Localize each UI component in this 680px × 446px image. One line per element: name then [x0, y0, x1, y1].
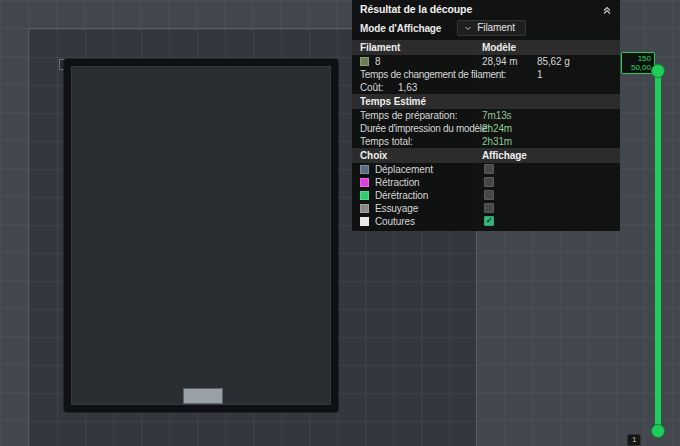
option-label: Essuyage	[375, 203, 418, 214]
layer-slider-top-badge: 150 50,00	[621, 52, 655, 74]
option-checkbox[interactable]	[484, 216, 494, 226]
display-mode-row: Mode d'Affichage Filament	[352, 18, 620, 40]
filament-weight: 85,62 g	[537, 56, 570, 67]
option-label: Déplacement	[375, 164, 433, 175]
display-mode-value: Filament	[477, 22, 515, 33]
cost-row: Coût: 1,63	[352, 81, 620, 94]
layer-slider-top-height: 50,00	[625, 63, 651, 72]
option-checkbox[interactable]	[484, 164, 494, 174]
filament-column-header: Filament	[360, 42, 400, 53]
option-label: Dérétraction	[375, 190, 428, 201]
object-bottom-block	[183, 388, 223, 404]
collapse-panel-icon[interactable]	[602, 5, 612, 15]
time-value: 7m13s	[482, 110, 512, 121]
display-mode-dropdown[interactable]: Filament	[457, 20, 526, 36]
option-color-swatch	[360, 217, 369, 226]
filament-change-label: Temps de changement de filament:	[360, 69, 506, 80]
time-value: 2h24m	[482, 123, 512, 134]
option-color-swatch	[360, 165, 369, 174]
options-header: Choix Affichage	[352, 148, 620, 163]
panel-title: Résultat de la découpe	[360, 4, 472, 15]
time-label: Temps de préparation:	[360, 110, 457, 121]
time-label: Temps total:	[360, 136, 413, 147]
display-column-header: Affichage	[482, 150, 527, 161]
filament-color-swatch	[360, 57, 369, 66]
option-row-retraction: Rétraction	[352, 176, 620, 189]
layer-slider[interactable]	[655, 71, 661, 431]
option-row-coutures: Coutures	[352, 215, 620, 228]
chevron-down-icon	[464, 24, 472, 32]
time-label: Durée d'impression du modèle:	[360, 123, 489, 134]
option-row-deretraction: Dérétraction	[352, 189, 620, 202]
time-estimate-title: Temps Estimé	[360, 96, 426, 107]
option-row-deplacement: Déplacement	[352, 163, 620, 176]
filament-change-row: Temps de changement de filament: 1	[352, 68, 620, 81]
layer-slider-bottom-badge: 1	[627, 434, 641, 446]
layer-slider-handle-bottom[interactable]	[651, 424, 665, 438]
time-estimate-header: Temps Estimé	[352, 94, 620, 109]
filament-table-header: Filament Modèle	[352, 40, 620, 55]
time-row: Temps de préparation: 7m13s	[352, 109, 620, 122]
option-checkbox[interactable]	[484, 190, 494, 200]
option-color-swatch	[360, 178, 369, 187]
choice-column-header: Choix	[360, 150, 387, 161]
option-color-swatch	[360, 204, 369, 213]
layer-slider-top-layer: 150	[625, 54, 651, 63]
cost-label: Coût:	[360, 82, 383, 93]
option-checkbox[interactable]	[484, 177, 494, 187]
time-row: Temps total: 2h31m	[352, 135, 620, 148]
option-label: Rétraction	[375, 177, 420, 188]
model-column-header: Modèle	[482, 42, 516, 53]
option-checkbox[interactable]	[484, 203, 494, 213]
panel-header: Résultat de la découpe	[352, 0, 620, 18]
filament-length: 28,94 m	[482, 56, 517, 67]
cost-value: 1,63	[398, 82, 417, 93]
filament-change-value: 1	[537, 69, 542, 80]
option-row-essuyage: Essuyage	[352, 202, 620, 215]
filament-id: 8	[375, 56, 380, 67]
filament-row: 8 28,94 m 85,62 g	[352, 55, 620, 68]
display-mode-label: Mode d'Affichage	[360, 23, 441, 34]
option-label: Coutures	[375, 216, 415, 227]
time-row: Durée d'impression du modèle: 2h24m	[352, 122, 620, 135]
slice-result-panel: Résultat de la découpe Mode d'Affichage …	[352, 0, 620, 231]
option-color-swatch	[360, 191, 369, 200]
layer-slider-handle-top[interactable]	[651, 64, 665, 78]
sliced-object	[64, 59, 338, 412]
time-value: 2h31m	[482, 136, 512, 147]
